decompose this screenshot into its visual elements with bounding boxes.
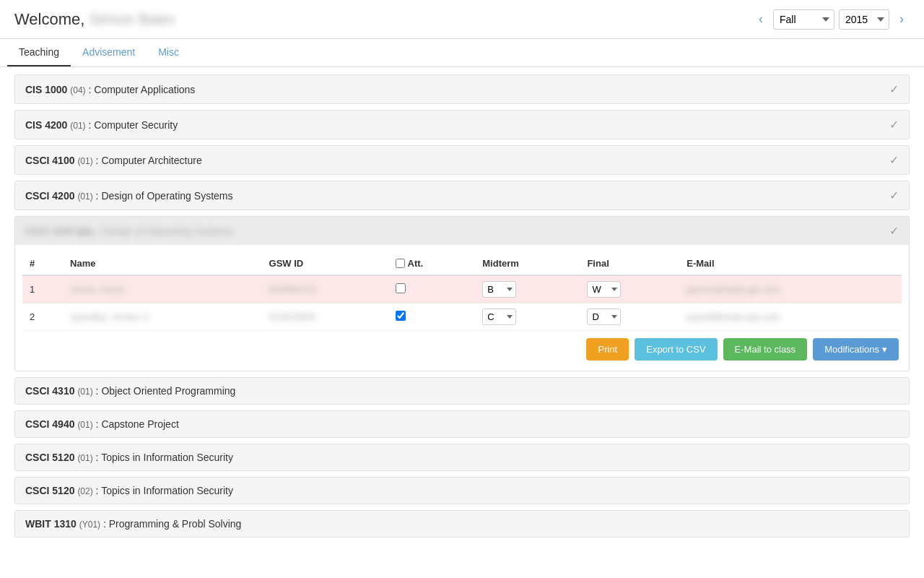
col-num: #	[22, 252, 63, 275]
cell-num: 2	[22, 303, 63, 331]
expanded-course-panel: # Name GSW ID Att. Midterm Final E-Mail	[14, 245, 910, 371]
cell-midterm: A B C D F W I WF	[475, 275, 580, 303]
col-att: Att.	[388, 252, 476, 275]
welcome-prefix: Welcome,	[14, 10, 84, 28]
course-title: CSCI 4200 (01) : Design of Operating Sys…	[25, 190, 232, 202]
dropdown-arrow-icon: ▾	[882, 344, 887, 355]
col-midterm: Midterm	[475, 252, 580, 275]
table-row: 1 Jones, Paula 910000113 A B C D F W	[22, 275, 902, 303]
prev-semester-button[interactable]: ‹	[753, 9, 769, 30]
course-title: CIS 4200 (01) : Computer Security	[25, 119, 178, 131]
final-select-row2[interactable]: A B C D F W I WF	[587, 309, 621, 325]
semester-select[interactable]: Fall Spring Summer	[773, 9, 834, 30]
main-content: CIS 1000 (04) : Computer Applications ✓ …	[0, 67, 924, 551]
course-row-csci4310[interactable]: CSCI 4310 (01) : Object Oriented Program…	[14, 377, 910, 405]
course-row-cis1000[interactable]: CIS 1000 (04) : Computer Applications ✓	[14, 74, 910, 104]
midterm-select-row2[interactable]: A B C D F W I WF	[482, 309, 516, 325]
course-title: CSCI 5120 (01) : Topics in Information S…	[25, 452, 233, 463]
username: Simon Baev	[90, 10, 175, 28]
course-title: WBIT 1310 (Y01) : Programming & Probl So…	[25, 518, 241, 530]
cell-name: Jones, Paula	[63, 275, 262, 303]
course-title: CSCI 5120 (02) : Topics in Information S…	[25, 485, 233, 496]
cell-gswid: 910000113	[262, 275, 388, 303]
att-header-checkbox[interactable]	[396, 259, 405, 268]
course-title: CSCI 4310 (01) : Object Oriented Program…	[25, 385, 235, 397]
final-select-row1[interactable]: A B C D F W I WF	[587, 281, 621, 298]
course-row-csci5120-02[interactable]: CSCI 5120 (02) : Topics in Information S…	[14, 477, 910, 504]
student-table: # Name GSW ID Att. Midterm Final E-Mail	[22, 252, 902, 331]
check-icon: ✓	[889, 153, 899, 167]
cell-email: pjones@state.gsu.edu	[679, 275, 902, 303]
next-semester-button[interactable]: ›	[894, 9, 910, 30]
cell-num: 1	[22, 275, 63, 303]
col-gswid: GSW ID	[262, 252, 388, 275]
course-row-wbit1310[interactable]: WBIT 1310 (Y01) : Programming & Probl So…	[14, 510, 910, 538]
check-icon: ✓	[889, 189, 899, 202]
course-title: CSCI 4100 (01) : Computer Architecture	[25, 155, 202, 166]
course-row-csci4200-expanded[interactable]: CSCI 4200 (01) : Design of Operating Sys…	[14, 216, 910, 245]
print-button[interactable]: Print	[586, 338, 629, 361]
action-buttons: Print Export to CSV E-Mail to class Modi…	[22, 331, 902, 363]
tab-misc[interactable]: Misc	[147, 39, 191, 66]
page-header: Welcome, Simon Baev ‹ Fall Spring Summer…	[0, 0, 924, 39]
tab-bar: Teaching Advisement Misc	[0, 39, 924, 67]
export-csv-button[interactable]: Export to CSV	[635, 338, 717, 361]
course-row-csci4100[interactable]: CSCI 4100 (01) : Computer Architecture ✓	[14, 145, 910, 175]
welcome-message: Welcome, Simon Baev	[14, 10, 175, 29]
modifications-button[interactable]: Modifications ▾	[813, 338, 899, 361]
course-row-csci4200[interactable]: CSCI 4200 (01) : Design of Operating Sys…	[14, 181, 910, 210]
course-row-csci5120-01[interactable]: CSCI 5120 (01) : Topics in Information S…	[14, 444, 910, 471]
course-title: CSCI 4940 (01) : Capstone Project	[25, 418, 179, 430]
course-row-cis4200[interactable]: CIS 4200 (01) : Computer Security ✓	[14, 110, 910, 139]
course-row-csci4940[interactable]: CSCI 4940 (01) : Capstone Project	[14, 410, 910, 438]
check-icon: ✓	[889, 118, 899, 131]
cell-final: A B C D F W I WF	[580, 303, 679, 331]
cell-email: jspradl@state.gsu.edu	[679, 303, 902, 331]
att-checkbox-row1[interactable]	[396, 283, 406, 293]
tab-advisement[interactable]: Advisement	[71, 39, 147, 66]
cell-att	[388, 275, 476, 303]
table-row: 2 Spradley, Jordan C. 910023845 A B C D …	[22, 303, 902, 331]
check-icon: ✓	[889, 82, 899, 96]
cell-att	[388, 303, 476, 331]
att-checkbox-row2[interactable]	[396, 311, 406, 321]
check-icon: ✓	[889, 224, 899, 238]
cell-name: Spradley, Jordan C.	[63, 303, 262, 331]
cell-midterm: A B C D F W I WF	[475, 303, 580, 331]
cell-final: A B C D F W I WF	[580, 275, 679, 303]
course-title: CIS 1000 (04) : Computer Applications	[25, 84, 195, 95]
course-title: CSCI 4200 (01) : Design of Operating Sys…	[25, 225, 232, 237]
cell-gswid: 910023845	[262, 303, 388, 331]
midterm-select-row1[interactable]: A B C D F W I WF	[482, 281, 516, 298]
semester-controls: ‹ Fall Spring Summer ›	[753, 9, 910, 30]
col-name: Name	[63, 252, 262, 275]
col-email: E-Mail	[679, 252, 902, 275]
email-class-button[interactable]: E-Mail to class	[723, 338, 808, 361]
tab-teaching[interactable]: Teaching	[7, 39, 71, 66]
col-final: Final	[580, 252, 679, 275]
year-input[interactable]	[839, 9, 889, 30]
